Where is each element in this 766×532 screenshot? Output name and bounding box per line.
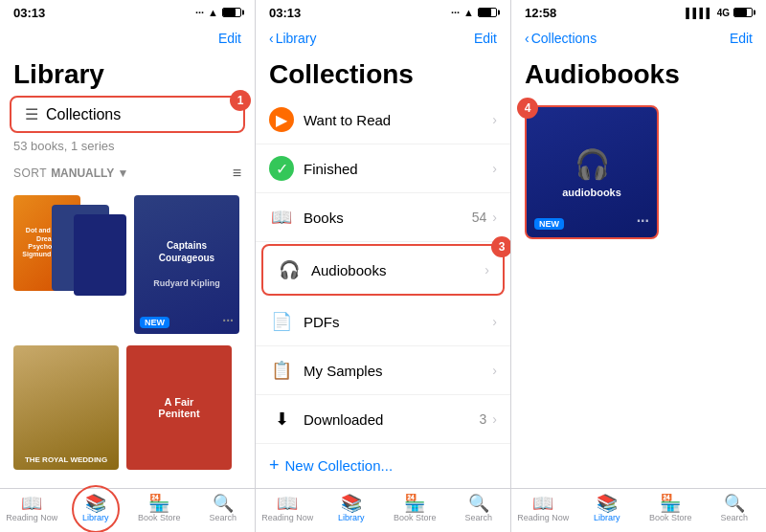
- list-item-samples[interactable]: 📋 My Samples ›: [256, 346, 510, 395]
- reading-now-icon-1: 📖: [21, 495, 42, 512]
- tab-label-bookstore-3: Book Store: [649, 514, 692, 522]
- more-btn-captains[interactable]: ···: [222, 313, 234, 328]
- list-view-icon[interactable]: ≡: [233, 165, 241, 182]
- tab-library-3[interactable]: 📚 Library: [575, 495, 640, 522]
- tab-bookstore-3[interactable]: 🏪 Book Store: [639, 495, 703, 522]
- edit-button-2[interactable]: Edit: [474, 31, 497, 46]
- back-button-2[interactable]: ‹ Library: [269, 31, 316, 46]
- list-item-want-to-read[interactable]: ▶ Want to Read ›: [256, 96, 510, 144]
- tab-label-reading-1: Reading Now: [6, 514, 57, 522]
- time-3: 12:58: [525, 6, 556, 20]
- search-icon-1: 🔍: [213, 495, 234, 512]
- status-bar-2: 03:13 ··· ▲: [256, 0, 510, 21]
- library-icon-2: 📚: [341, 495, 362, 512]
- book-fair-penitent[interactable]: A FairPenitent: [126, 345, 232, 470]
- search-icon-2: 🔍: [468, 495, 489, 512]
- coll-name-want-to-read: Want to Read: [304, 112, 492, 128]
- coll-name-samples: My Samples: [304, 363, 492, 379]
- new-collection-label: New Collection...: [285, 457, 394, 474]
- badge-3: 3: [491, 236, 510, 257]
- tab-bookstore-2[interactable]: 🏪 Book Store: [383, 495, 447, 522]
- circle-highlight: [72, 485, 120, 532]
- panel-audiobooks: 12:58 ▌▌▌▌ 4G ‹ Collections Edit Audiobo…: [511, 0, 766, 532]
- sort-value[interactable]: MANUALLY ▼: [51, 166, 128, 180]
- edit-button-1[interactable]: Edit: [218, 31, 241, 46]
- nav-bar-3: ‹ Collections Edit: [511, 21, 766, 55]
- new-badge-captains: NEW: [140, 317, 169, 328]
- audiobook-cover[interactable]: 🎧 audiobooks NEW ···: [525, 105, 659, 239]
- audiobooks-icon: 🎧: [277, 257, 302, 282]
- status-bar-1: 03:13 ··· ▲: [0, 0, 255, 21]
- tab-bar-3: 📖 Reading Now 📚 Library 🏪 Book Store 🔍 S…: [511, 488, 766, 532]
- edit-button-3[interactable]: Edit: [730, 31, 753, 46]
- dots-icon-2: ···: [451, 7, 460, 18]
- list-item-audiobooks[interactable]: 🎧 Audiobooks ›: [261, 244, 505, 296]
- audiobook-item-wrapper: 🎧 audiobooks NEW ··· 4: [525, 105, 659, 239]
- status-bar-3: 12:58 ▌▌▌▌ 4G: [511, 0, 766, 21]
- book-stack[interactable]: Dot and the...DreamPsychologySigmund Fre…: [13, 195, 126, 320]
- nav-bar-2: ‹ Library Edit: [256, 21, 510, 55]
- chevron-icon-want-to-read: ›: [492, 112, 497, 127]
- list-item-audiobooks-wrapper: 🎧 Audiobooks › 3: [261, 244, 505, 296]
- tab-label-reading-3: Reading Now: [517, 514, 569, 522]
- bookstore-icon-2: 🏪: [404, 495, 425, 512]
- list-item-pdfs[interactable]: 📄 PDFs ›: [256, 298, 510, 346]
- list-item-finished[interactable]: ✓ Finished ›: [256, 144, 510, 193]
- tab-label-search-2: Search: [464, 514, 492, 522]
- list-item-books[interactable]: 📖 Books 54 ›: [256, 193, 510, 242]
- nav-bar-1: Edit: [0, 21, 255, 55]
- sort-row: SORT MANUALLY ▼ ≡: [0, 159, 255, 188]
- downloaded-count: 3: [480, 411, 487, 427]
- chevron-left-icon-3: ‹: [525, 31, 529, 46]
- want-to-read-icon: ▶: [269, 107, 294, 132]
- tab-search-1[interactable]: 🔍 Search: [192, 495, 256, 522]
- pdfs-icon: 📄: [269, 309, 294, 334]
- collections-list: ▶ Want to Read › ✓ Finished › 📖 Books 54…: [256, 96, 510, 488]
- tab-library-1[interactable]: 📚 Library: [64, 495, 128, 522]
- books-count: 54: [472, 210, 487, 225]
- tab-search-3[interactable]: 🔍 Search: [703, 495, 767, 522]
- finished-icon: ✓: [269, 156, 294, 181]
- collections-row[interactable]: ☰ Collections 1: [10, 96, 245, 133]
- more-btn-audio[interactable]: ···: [637, 212, 649, 230]
- bookstore-icon-3: 🏪: [660, 495, 681, 512]
- time-1: 03:13: [13, 6, 45, 20]
- time-2: 03:13: [269, 6, 301, 20]
- books-row-1: Dot and the...DreamPsychologySigmund Fre…: [13, 195, 241, 334]
- books-area: Dot and the...DreamPsychologySigmund Fre…: [0, 188, 255, 488]
- tab-reading-now-1[interactable]: 📖 Reading Now: [0, 495, 64, 522]
- tab-label-search-3: Search: [720, 514, 748, 522]
- book-title-captains: CaptainsCourageousRudyard Kipling: [153, 239, 220, 290]
- tab-bookstore-1[interactable]: 🏪 Book Store: [127, 495, 192, 522]
- tab-reading-now-3[interactable]: 📖 Reading Now: [511, 495, 575, 522]
- headphone-icon-big: 🎧: [574, 147, 610, 181]
- collections-label: Collections: [46, 106, 230, 123]
- book-count: 53 books, 1 series: [0, 133, 255, 159]
- wifi-icon-1: ▲: [208, 7, 218, 18]
- dots-icon-1: ···: [195, 7, 204, 18]
- tab-reading-now-2[interactable]: 📖 Reading Now: [256, 495, 320, 522]
- back-button-3[interactable]: ‹ Collections: [525, 31, 597, 46]
- list-item-downloaded[interactable]: ⬇ Downloaded 3 ›: [256, 395, 510, 444]
- chevron-icon-downloaded: ›: [492, 411, 497, 427]
- new-collection-btn[interactable]: + New Collection...: [256, 444, 510, 487]
- book-title-fair: A FairPenitent: [158, 396, 199, 419]
- status-icons-2: ··· ▲: [451, 7, 497, 18]
- book-cover-bg3: [74, 214, 126, 296]
- book-royal-wedding[interactable]: THE ROYAL WEDDING: [13, 345, 119, 470]
- battery-icon-1: [222, 8, 241, 17]
- signal-icon-3: ▌▌▌▌: [686, 8, 712, 18]
- battery-icon-3: [733, 8, 753, 17]
- tab-search-2[interactable]: 🔍 Search: [447, 495, 511, 522]
- tab-library-2[interactable]: 📚 Library: [320, 495, 384, 522]
- back-label-2: Library: [276, 31, 317, 46]
- page-title-3: Audiobooks: [511, 55, 766, 96]
- panel-library: 03:13 ··· ▲ Edit Library ☰ Collections 1…: [0, 0, 256, 532]
- tab-label-reading-2: Reading Now: [261, 514, 313, 522]
- coll-name-finished: Finished: [304, 161, 492, 177]
- samples-icon: 📋: [269, 358, 294, 383]
- new-badge-audio: NEW: [534, 218, 564, 230]
- book-captains[interactable]: CaptainsCourageousRudyard Kipling NEW ··…: [134, 195, 239, 334]
- status-icons-1: ··· ▲: [195, 7, 241, 18]
- tab-label-bookstore-1: Book Store: [138, 514, 181, 522]
